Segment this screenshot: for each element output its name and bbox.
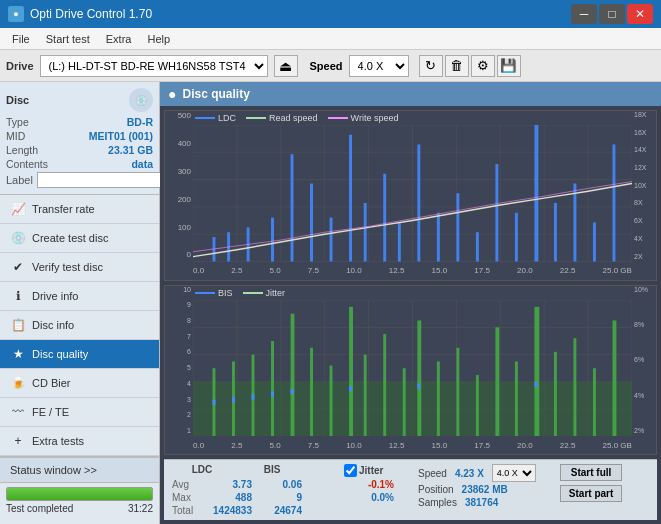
position-label: Position	[418, 484, 454, 495]
save-button[interactable]: 💾	[497, 55, 521, 77]
menu-file[interactable]: File	[4, 31, 38, 47]
menu-help[interactable]: Help	[139, 31, 178, 47]
sidebar: Disc 💿 Type BD-R MID MEIT01 (001) Length…	[0, 82, 160, 524]
transfer-rate-label: Transfer rate	[32, 203, 95, 215]
cd-bier-icon: 🍺	[10, 375, 26, 391]
sidebar-item-drive-info[interactable]: ℹ Drive info	[0, 282, 159, 311]
app-title: Opti Drive Control 1.70	[30, 7, 152, 21]
ldc-header: LDC	[172, 464, 232, 477]
samples-value: 381764	[465, 497, 498, 508]
sidebar-item-disc-quality[interactable]: ★ Disc quality	[0, 340, 159, 369]
chart1-legend: LDC Read speed Write speed	[195, 113, 398, 123]
type-value: BD-R	[127, 116, 153, 128]
disc-panel: Disc 💿 Type BD-R MID MEIT01 (001) Length…	[0, 82, 159, 195]
mid-value: MEIT01 (001)	[89, 130, 153, 142]
spacer	[312, 464, 324, 477]
maximize-button[interactable]: □	[599, 4, 625, 24]
sidebar-item-extra-tests[interactable]: + Extra tests	[0, 427, 159, 456]
menu-start-test[interactable]: Start test	[38, 31, 98, 47]
length-value: 23.31 GB	[108, 144, 153, 156]
type-label: Type	[6, 116, 29, 128]
svg-rect-64	[349, 306, 353, 436]
svg-rect-65	[364, 354, 367, 436]
svg-rect-30	[456, 193, 459, 261]
panel-header: ● Disc quality	[160, 82, 661, 106]
svg-rect-60	[271, 340, 274, 436]
legend-write-speed: Write speed	[351, 113, 399, 123]
svg-rect-37	[593, 223, 596, 262]
minimize-button[interactable]: ─	[571, 4, 597, 24]
settings-button[interactable]: ⚙	[471, 55, 495, 77]
speed-label: Speed	[418, 468, 447, 479]
eject-button[interactable]: ⏏	[274, 55, 298, 77]
stats-bar: LDC BIS Jitter Avg 3.73 0.06	[164, 459, 657, 520]
svg-rect-24	[349, 135, 352, 262]
svg-rect-86	[534, 381, 537, 386]
progress-bar-inner	[7, 488, 152, 500]
status-window-button[interactable]: Status window >>	[0, 457, 159, 482]
avg-ldc: 3.73	[206, 479, 252, 490]
bis-header: BIS	[252, 464, 292, 477]
svg-rect-72	[495, 327, 499, 436]
speed-dropdown[interactable]: 4.0 X	[492, 464, 536, 482]
svg-rect-32	[495, 164, 498, 262]
svg-rect-62	[310, 347, 313, 436]
svg-rect-33	[515, 213, 518, 262]
svg-rect-85	[417, 383, 420, 388]
sidebar-item-cd-bier[interactable]: 🍺 CD Bier	[0, 369, 159, 398]
main-layout: Disc 💿 Type BD-R MID MEIT01 (001) Length…	[0, 82, 661, 524]
disc-title: Disc	[6, 94, 29, 106]
menu-extra[interactable]: Extra	[98, 31, 140, 47]
disc-info-icon: 📋	[10, 317, 26, 333]
chart1-svg	[193, 125, 632, 262]
menu-bar: File Start test Extra Help	[0, 28, 661, 50]
chart2-svg	[193, 300, 632, 437]
position-value: 23862 MB	[462, 484, 508, 495]
disc-quality-label: Disc quality	[32, 348, 88, 360]
jitter-header: Jitter	[359, 465, 383, 476]
sidebar-item-fe-te[interactable]: 〰 FE / TE	[0, 398, 159, 427]
svg-rect-69	[437, 361, 440, 436]
avg-bis: 0.06	[272, 479, 302, 490]
status-window-label: Status window >>	[10, 464, 97, 476]
create-test-disc-icon: 💿	[10, 230, 26, 246]
svg-rect-74	[534, 306, 539, 436]
sidebar-item-verify-test-disc[interactable]: ✔ Verify test disc	[0, 253, 159, 282]
avg-label: Avg	[172, 479, 186, 490]
max-bis: 9	[272, 492, 302, 503]
svg-rect-29	[437, 213, 440, 262]
svg-rect-66	[383, 334, 386, 436]
disc-icon: 💿	[129, 88, 153, 112]
chart1-y-right: 18X16X14X12X10X8X6X4X2X	[632, 111, 656, 260]
max-ldc: 488	[206, 492, 252, 503]
svg-rect-83	[291, 388, 294, 393]
sidebar-item-create-test-disc[interactable]: 💿 Create test disc	[0, 224, 159, 253]
panel-title: Disc quality	[182, 87, 249, 101]
svg-rect-28	[417, 145, 420, 262]
panel-header-icon: ●	[168, 86, 176, 102]
sidebar-item-disc-info[interactable]: 📋 Disc info	[0, 311, 159, 340]
close-button[interactable]: ✕	[627, 4, 653, 24]
start-part-button[interactable]: Start part	[560, 485, 622, 502]
svg-rect-56	[193, 381, 632, 436]
chart2-y-left: 10987654321	[165, 286, 193, 435]
samples-label: Samples	[418, 497, 457, 508]
jitter-checkbox[interactable]	[344, 464, 357, 477]
svg-rect-23	[330, 218, 333, 262]
start-full-button[interactable]: Start full	[560, 464, 622, 481]
svg-rect-76	[573, 338, 576, 436]
disc-label-input[interactable]	[37, 172, 170, 188]
transfer-rate-icon: 📈	[10, 201, 26, 217]
svg-rect-75	[554, 351, 557, 436]
legend-read-speed: Read speed	[269, 113, 318, 123]
sidebar-bottom: Status window >> Test completed 31:22	[0, 456, 159, 518]
cd-bier-label: CD Bier	[32, 377, 71, 389]
drive-select[interactable]: (L:) HL-DT-ST BD-RE WH16NS58 TST4	[40, 55, 268, 77]
svg-rect-63	[330, 365, 333, 436]
drive-label: Drive	[6, 60, 34, 72]
disc-erase-button[interactable]: 🗑	[445, 55, 469, 77]
fe-te-label: FE / TE	[32, 406, 69, 418]
speed-select[interactable]: 4.0 X	[349, 55, 409, 77]
refresh-button[interactable]: ↻	[419, 55, 443, 77]
sidebar-item-transfer-rate[interactable]: 📈 Transfer rate	[0, 195, 159, 224]
